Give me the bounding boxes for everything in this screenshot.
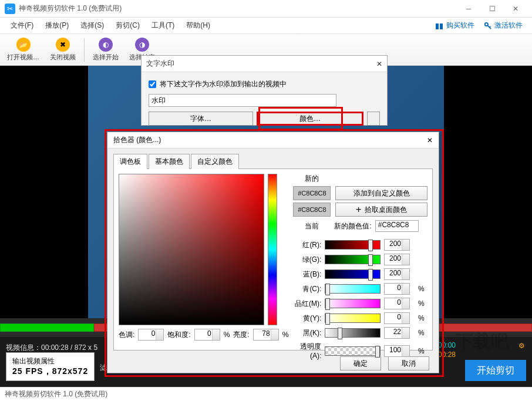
output-props-title: 输出视频属性 (12, 356, 88, 366)
alpha-slider[interactable] (325, 346, 381, 356)
new-label: 新的 (293, 174, 331, 184)
watermark-dialog-title: 文字水印 ✕ (142, 56, 387, 72)
output-props-box[interactable]: 输出视频属性 25 FPS，872x572 (6, 352, 95, 381)
blue-input[interactable]: 200 (384, 268, 410, 280)
green-slider[interactable] (325, 255, 381, 264)
add-custom-button[interactable]: 添加到自定义颜色 (335, 186, 427, 200)
watermark-text-input[interactable] (149, 94, 336, 107)
menu-cut[interactable]: 剪切(C) (110, 21, 146, 31)
filter-hint: 滤 (100, 363, 107, 373)
color-button[interactable]: 颜色… (257, 112, 363, 126)
cyan-slider[interactable] (325, 284, 381, 294)
divider (84, 38, 85, 62)
ok-button[interactable]: 确定 (340, 356, 381, 370)
close-icon[interactable]: ✕ (427, 136, 433, 144)
magenta-input[interactable]: 0 (384, 298, 410, 309)
timeline-selection[interactable] (0, 324, 94, 332)
watermark-dialog: 文字水印 ✕ 将下述文字作为水印添加到输出的视频中 字体… 颜色… (141, 55, 388, 126)
close-video-button[interactable]: ✖关闭视频 (45, 36, 80, 63)
app-title: 神奇视频剪切软件 1.0 (免费试用) (19, 4, 457, 14)
hex-input[interactable]: #C8C8C8 (375, 220, 419, 232)
buy-label: 购买软件 (446, 21, 474, 31)
menu-play[interactable]: 播放(P) (39, 21, 75, 31)
maximize-button[interactable]: ☐ (480, 0, 504, 18)
crosshair-icon: + (356, 204, 361, 215)
font-button[interactable]: 字体… (149, 112, 253, 126)
blue-slider[interactable] (325, 269, 381, 279)
settings-gear-icon[interactable]: ⚙ (518, 342, 525, 350)
select-start-button[interactable]: ◐选择开始 (88, 36, 123, 63)
close-button[interactable]: ✕ (504, 0, 527, 18)
alpha-input[interactable]: 100 (384, 345, 410, 357)
cancel-button[interactable]: 取消 (388, 356, 429, 370)
red-slider[interactable] (325, 240, 381, 250)
open-video-button[interactable]: 📂打开视频… (2, 36, 44, 63)
activate-label: 激活软件 (494, 21, 523, 31)
current-color-swatch: #C8C8C8 (293, 203, 331, 217)
app-icon: ✂ (5, 4, 15, 14)
hue-slider[interactable] (268, 174, 277, 325)
val-label: 亮度: (233, 330, 249, 340)
watermark-enable-checkbox[interactable]: 将下述文字作为水印添加到输出的视频中 (149, 79, 380, 89)
gift-icon (435, 21, 444, 31)
pick-screen-button[interactable]: +拾取桌面颜色 (335, 203, 427, 217)
yellow-input[interactable]: 0 (384, 312, 410, 324)
tab-palette[interactable]: 调色板 (113, 154, 147, 169)
menubar: 文件(F) 播放(P) 选择(S) 剪切(C) 工具(T) 帮助(H) 购买软件… (0, 18, 532, 34)
buy-link[interactable]: 购买软件 (430, 21, 479, 31)
cyan-input[interactable]: 0 (384, 283, 410, 295)
extra-button[interactable] (367, 112, 380, 126)
black-slider[interactable] (325, 328, 381, 338)
menu-tool[interactable]: 工具(T) (146, 21, 180, 31)
hex-label: 新的颜色值: (334, 221, 371, 231)
saturation-value-box[interactable] (119, 174, 264, 325)
svg-rect-2 (439, 23, 440, 29)
menu-help[interactable]: 帮助(H) (180, 21, 216, 31)
green-input[interactable]: 200 (384, 254, 410, 265)
hue-input[interactable]: 0 (138, 329, 164, 341)
red-input[interactable]: 200 (384, 239, 410, 251)
menu-file[interactable]: 文件(F) (5, 21, 39, 31)
magenta-slider[interactable] (325, 299, 381, 308)
tab-basic[interactable]: 基本颜色 (149, 154, 190, 169)
statusbar: 神奇视频剪切软件 1.0 (免费试用) (0, 387, 532, 401)
start-cut-button[interactable]: 开始剪切 (465, 360, 526, 381)
sat-input[interactable]: 0 (194, 329, 220, 341)
minimize-button[interactable]: ─ (457, 0, 480, 18)
current-label: 当前 (293, 221, 331, 231)
new-color-swatch: #C8C8C8 (293, 186, 331, 200)
color-picker-dialog: 拾色器 (颜色...) ✕ 调色板 基本颜色 自定义颜色 色调:0 饱和度:0%… (107, 132, 439, 373)
menu-select[interactable]: 选择(S) (75, 21, 110, 31)
tab-custom[interactable]: 自定义颜色 (191, 154, 239, 169)
key-icon (484, 22, 492, 30)
titlebar: ✂ 神奇视频剪切软件 1.0 (免费试用) ─ ☐ ✕ (0, 0, 532, 18)
val-input[interactable]: 78 (253, 329, 279, 341)
activate-link[interactable]: 激活软件 (479, 21, 527, 31)
black-input[interactable]: 22 (384, 327, 410, 339)
color-picker-title: 拾色器 (颜色...) (113, 135, 161, 145)
close-icon[interactable]: ✕ (376, 60, 382, 68)
yellow-slider[interactable] (325, 314, 381, 323)
hue-label: 色调: (119, 330, 134, 340)
output-props-value: 25 FPS，872x572 (12, 366, 88, 377)
sat-label: 饱和度: (167, 330, 190, 340)
